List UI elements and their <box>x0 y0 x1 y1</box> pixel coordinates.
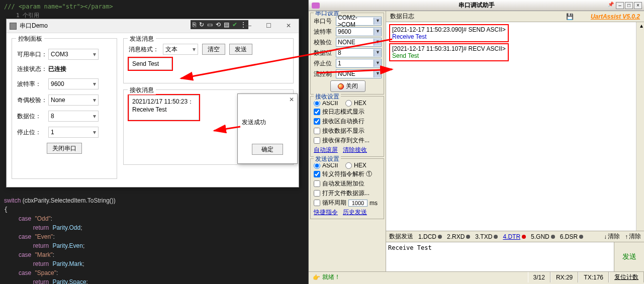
esc-check[interactable] <box>314 171 320 177</box>
history-link[interactable]: 历史发送 <box>343 209 367 216</box>
app-icon <box>10 23 17 30</box>
ok-button[interactable]: 确定 <box>252 144 283 155</box>
close-icon[interactable]: ✕ <box>279 19 299 32</box>
hide-check[interactable] <box>314 128 320 134</box>
label: 循环周期 <box>322 199 346 207</box>
stop-label: 停止位： <box>17 128 48 137</box>
window-title: 串口Demo <box>20 22 48 30</box>
data-label: 数据位： <box>17 112 48 121</box>
port-settings-group: 串口设置 串口号COM2->COM▼ 波特率9600▼ 校验位NONE▼ 数据位… <box>310 13 384 94</box>
append-check[interactable] <box>314 180 320 187</box>
label: 接收保存到文件... <box>322 136 370 145</box>
sig-dtr[interactable]: 4.DTR <box>503 233 526 240</box>
log-timestamp: [2021-12-17 11:50:31.107]# RECV ASCII> <box>392 45 506 52</box>
control-panel: 控制面板 可用串口：COM3 连接状态：已连接 波特率：9600 奇偶校验：No… <box>12 38 117 179</box>
code-line: case "Odd": <box>4 214 303 223</box>
cycle-check[interactable] <box>314 200 320 206</box>
autoscroll-link[interactable]: 自动滚屏 <box>314 146 338 153</box>
window-title: 串口调试助手 <box>458 1 495 10</box>
label: 接收数据不显示 <box>322 127 364 135</box>
baud-select[interactable]: 9600 <box>48 78 99 89</box>
sendbar-label: 数据发送 <box>389 232 413 241</box>
label: 打开文件数据源... <box>322 189 370 198</box>
recv-line: 2021/12/17 11:50:23： <box>132 98 196 106</box>
port-combo[interactable]: COM2->COM▼ <box>336 17 382 26</box>
data-combo[interactable]: 8▼ <box>336 48 382 57</box>
logmode-check[interactable] <box>314 109 320 115</box>
close-icon[interactable]: ✕ <box>289 96 294 103</box>
recv-line: Receive Test <box>132 106 196 113</box>
reset-count-link[interactable]: 复位计数 <box>609 272 644 282</box>
tool-icon[interactable]: ⎘ <box>193 21 196 28</box>
code-line: switch (cbxParity.SelectedItem.ToString(… <box>4 196 303 205</box>
label: HEX <box>354 162 366 169</box>
send-button[interactable]: 发送 <box>229 44 252 55</box>
send-textarea[interactable]: Receive Test <box>386 242 614 271</box>
parity-combo[interactable]: NONE▼ <box>336 38 382 47</box>
send-button[interactable]: 发送 <box>614 242 644 271</box>
status-dot-icon <box>338 83 344 89</box>
sig-rxd: 2.RXD <box>447 233 470 240</box>
maximize-icon[interactable]: □ <box>625 2 633 9</box>
hex-radio[interactable] <box>345 162 352 169</box>
tool-icon[interactable]: ▭ <box>207 21 213 28</box>
tool-icon[interactable]: ▤ <box>224 21 229 28</box>
wrap-check[interactable] <box>314 118 320 125</box>
log-title: 数据日志 <box>390 12 414 21</box>
code-comment: /// <param name="str"></param> <box>4 2 303 11</box>
label: 波特率 <box>314 28 334 36</box>
parity-select[interactable]: None <box>48 94 99 106</box>
scrollbar[interactable]: ▴ <box>636 22 644 231</box>
status-count: 3/12 <box>528 272 550 282</box>
run-icon[interactable]: ✔ <box>232 21 237 28</box>
sig-gnd: 5.GND <box>531 233 555 240</box>
maximize-icon[interactable]: ☐ <box>258 19 279 32</box>
label: HEX <box>354 100 366 107</box>
tool-icon[interactable]: ⟲ <box>216 21 221 28</box>
clear-button[interactable]: 清空 <box>202 44 225 55</box>
status-rx: RX:29 <box>550 272 578 282</box>
clear-recv-link[interactable]: 清除接收 <box>343 146 367 153</box>
data-select[interactable]: 8 <box>48 111 99 122</box>
log-area[interactable]: [2021-12-17 11:50:23.090]# SEND ASCII> R… <box>386 22 644 231</box>
save-icon[interactable]: 💾 <box>566 13 574 20</box>
conn-label: 连接状态： <box>17 65 48 73</box>
baud-label: 波特率： <box>17 80 48 88</box>
status-bar: 👉 就绪！ 3/12 RX:29 TX:176 复位计数 <box>309 271 644 282</box>
app-icon <box>312 3 320 9</box>
clear-down-button[interactable]: ↓ 清除 <box>604 232 620 241</box>
close-port-button[interactable]: 关闭 <box>330 80 365 92</box>
code-line: { <box>4 205 303 214</box>
baud-combo[interactable]: 9600▼ <box>336 27 382 36</box>
demo-titlebar[interactable]: 串口Demo ⎘ ↻ ▭ ⟲ ▤ ✔ ⋮ — ☐ ✕ <box>7 19 299 33</box>
minimize-icon[interactable]: – <box>616 2 624 9</box>
panel-title: 接收消息 <box>128 86 156 94</box>
save-check[interactable] <box>314 137 320 144</box>
panel-title: 控制面板 <box>16 35 44 43</box>
tool-icon[interactable]: ↻ <box>199 21 204 28</box>
shortcut-link[interactable]: 快捷指令 <box>314 209 338 216</box>
port-select[interactable]: COM3 <box>48 49 99 60</box>
close-port-button[interactable]: 关闭串口 <box>47 143 82 154</box>
label: 数据位 <box>314 49 334 57</box>
uart-assist-window: 📌 串口调试助手 – □ × 串口设置 串口号COM2->COM▼ 波特率960… <box>308 0 644 284</box>
label: 串口号 <box>314 17 334 26</box>
uart-titlebar[interactable]: 📌 串口调试助手 – □ × <box>309 0 644 11</box>
parity-label: 奇偶校验： <box>17 96 48 105</box>
send-input[interactable] <box>129 58 172 70</box>
close-icon[interactable]: × <box>634 2 642 9</box>
flow-combo[interactable]: NONE▼ <box>336 69 382 78</box>
stop-select[interactable]: 1 <box>48 127 99 138</box>
openfile-check[interactable] <box>314 190 320 197</box>
pin-icon[interactable]: 📌 <box>608 2 614 7</box>
minimize-icon[interactable]: — <box>238 19 258 32</box>
code-line: case "Even": <box>4 232 303 241</box>
cycle-input[interactable] <box>348 200 367 207</box>
send-settings-group: 发送设置 ASCII HEX 转义符指令解析 ① 自动发送附加位 打开文件数据源… <box>310 158 384 219</box>
code-line: return Parity.Odd; <box>4 223 303 232</box>
brand-label[interactable]: UartAssist V5.0.2 <box>591 13 640 20</box>
fmt-select[interactable]: 文本 <box>163 44 198 55</box>
hex-radio[interactable] <box>345 100 352 107</box>
stop-combo[interactable]: 1▼ <box>336 59 382 68</box>
clear-up-button[interactable]: ↑ 清除 <box>625 232 641 241</box>
